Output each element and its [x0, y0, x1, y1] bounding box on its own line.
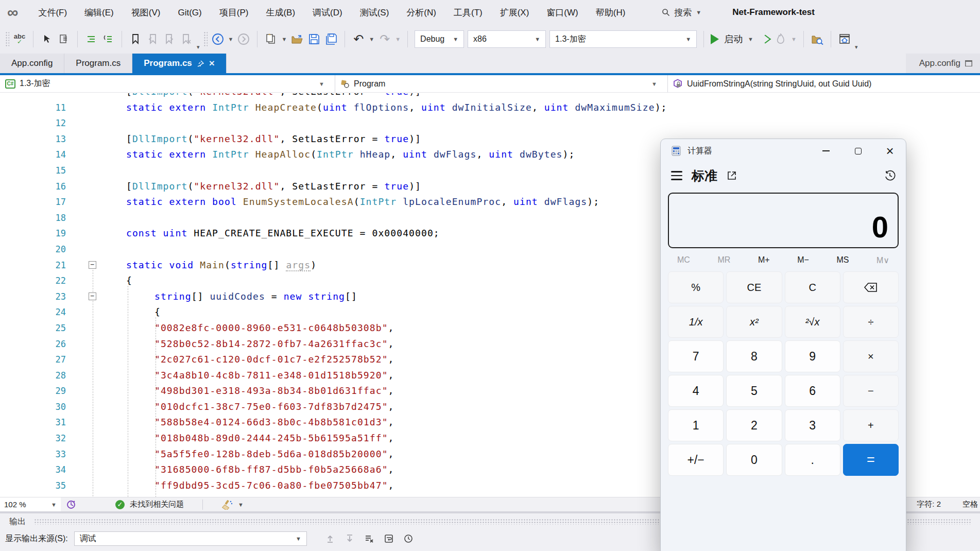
calc-key-divide[interactable]: ÷: [843, 306, 899, 338]
calculator-window[interactable]: 计算器 × 标准 0 MCMRM+M−MSM∨ %CEC1/xx²²√x÷789…: [660, 139, 906, 551]
start-without-debugging-button[interactable]: [757, 31, 770, 47]
memory-button-ms[interactable]: MS: [836, 255, 849, 265]
undo-dropdown-icon[interactable]: ▼: [369, 36, 374, 42]
calculator-display[interactable]: 0: [668, 193, 899, 248]
calc-key-decimal[interactable]: .: [785, 444, 840, 476]
solution-platform-dropdown[interactable]: x86 ▼: [468, 30, 546, 48]
navigate-back-icon[interactable]: [211, 31, 225, 47]
next-message-icon[interactable]: [343, 532, 356, 545]
menubar-item[interactable]: 分析(N): [398, 5, 445, 21]
breadcrumb-project[interactable]: C# 1.3-加密 ▼: [0, 75, 335, 92]
calc-key-seven[interactable]: 7: [668, 340, 724, 372]
tab-program-cs[interactable]: Program.cs: [64, 54, 132, 73]
indent-decrease-icon[interactable]: [84, 31, 98, 47]
pin-icon[interactable]: [197, 60, 204, 67]
search-button[interactable]: 搜索 ▼: [657, 5, 707, 21]
menubar-item[interactable]: 帮助(H): [587, 5, 634, 21]
calc-key-backspace[interactable]: [843, 271, 899, 303]
calc-key-negate[interactable]: +/−: [668, 444, 724, 476]
spellcheck-icon[interactable]: abc✓: [13, 31, 26, 47]
toolbar-grip[interactable]: [5, 31, 9, 47]
memory-button-mc[interactable]: MC: [677, 255, 690, 265]
fold-collapse-icon[interactable]: −: [89, 292, 96, 300]
close-icon[interactable]: ×: [209, 60, 215, 67]
history-icon[interactable]: [884, 170, 896, 181]
calc-key-add[interactable]: +: [843, 409, 899, 441]
calc-key-four[interactable]: 4: [668, 375, 724, 407]
keep-on-top-icon[interactable]: [727, 170, 737, 181]
calc-key-three[interactable]: 3: [785, 409, 840, 441]
open-file-icon[interactable]: [290, 31, 304, 47]
undo-icon[interactable]: ↶: [352, 31, 365, 47]
calc-key-square-root[interactable]: ²√x: [785, 306, 840, 338]
menubar-item[interactable]: 项目(P): [211, 5, 257, 21]
calc-key-equals[interactable]: =: [843, 444, 899, 476]
calc-key-multiply[interactable]: ×: [843, 340, 899, 372]
calc-key-one[interactable]: 1: [668, 409, 724, 441]
calc-key-clear-entry[interactable]: CE: [726, 271, 782, 303]
redo-icon[interactable]: ↷: [378, 31, 391, 47]
bookmark-icon[interactable]: [129, 31, 142, 47]
hamburger-menu-icon[interactable]: [671, 171, 682, 180]
fold-collapse-icon[interactable]: −: [89, 261, 96, 269]
bookmark-next-icon[interactable]: [163, 31, 176, 47]
hot-reload-icon[interactable]: [774, 31, 787, 47]
code-line[interactable]: 12: [0, 115, 980, 131]
analysis-icon[interactable]: [66, 500, 76, 510]
toolbar-overflow-icon[interactable]: ▾: [197, 44, 200, 54]
navigate-forward-icon[interactable]: [237, 31, 250, 47]
find-in-files-icon[interactable]: [811, 31, 824, 47]
bookmark-prev-icon[interactable]: [146, 31, 159, 47]
maximize-button[interactable]: [842, 139, 874, 163]
code-cleanup-icon[interactable]: [221, 500, 233, 510]
navigate-back-dropdown-icon[interactable]: ▼: [228, 36, 234, 42]
memory-button-m[interactable]: M∨: [876, 255, 889, 265]
calc-key-eight[interactable]: 8: [726, 340, 782, 372]
calculator-title-bar[interactable]: 计算器 ×: [661, 139, 906, 163]
timestamp-icon[interactable]: [402, 532, 415, 545]
start-debugging-button[interactable]: 启动 ▼: [711, 31, 753, 47]
save-icon[interactable]: [307, 31, 321, 47]
calc-key-reciprocal[interactable]: 1/x: [668, 306, 724, 338]
minimize-button[interactable]: [810, 139, 842, 163]
memory-button-mr[interactable]: MR: [717, 255, 730, 265]
calc-key-percent[interactable]: %: [668, 271, 724, 303]
menubar-item[interactable]: 扩展(X): [491, 5, 538, 21]
code-line[interactable]: 11static extern IntPtr HeapCreate(uint f…: [0, 100, 980, 116]
health-message[interactable]: 未找到相关问题: [130, 500, 184, 509]
solution-configuration-dropdown[interactable]: Debug ▼: [415, 30, 464, 48]
calc-key-nine[interactable]: 9: [785, 340, 840, 372]
menubar-item[interactable]: 测试(S): [351, 5, 398, 21]
menubar-item[interactable]: 调试(D): [304, 5, 351, 21]
memory-button-m[interactable]: M+: [758, 255, 770, 265]
clear-all-icon[interactable]: [363, 532, 376, 545]
bookmark-clear-icon[interactable]: [180, 31, 193, 47]
solution-home-icon[interactable]: [838, 31, 851, 47]
zoom-level-dropdown[interactable]: 102 % ▼: [0, 497, 61, 511]
breadcrumb-member[interactable]: UuidFromStringA(string StringUuid, out G…: [668, 75, 980, 92]
code-line[interactable]: [DllImport("kernel32.dll", SetLastError …: [0, 93, 980, 100]
tab-app-config-right-group[interactable]: App.config: [906, 54, 980, 73]
menubar-item[interactable]: Git(G): [169, 5, 210, 21]
toolbar-overflow-icon[interactable]: ▾: [855, 44, 858, 54]
calc-key-zero[interactable]: 0: [726, 444, 782, 476]
tab-program-cs-active[interactable]: Program.cs ×: [132, 54, 227, 73]
menubar-item[interactable]: 工具(T): [445, 5, 491, 21]
menubar-item[interactable]: 文件(F): [29, 5, 76, 21]
close-button[interactable]: ×: [874, 139, 906, 163]
redo-dropdown-icon[interactable]: ▼: [395, 36, 401, 42]
cursor-select-icon[interactable]: [40, 31, 54, 47]
startup-project-dropdown[interactable]: 1.3-加密 ▼: [549, 30, 697, 48]
menubar-item[interactable]: 窗口(W): [538, 5, 587, 21]
calc-key-subtract[interactable]: −: [843, 375, 899, 407]
code-cleanup-dropdown-icon[interactable]: ▼: [238, 502, 244, 508]
menubar-item[interactable]: 编辑(E): [76, 5, 123, 21]
new-window-icon[interactable]: [264, 31, 278, 47]
indent-increase-icon[interactable]: [101, 31, 115, 47]
prev-message-icon[interactable]: [323, 532, 337, 545]
calc-key-six[interactable]: 6: [785, 375, 840, 407]
calc-key-two[interactable]: 2: [726, 409, 782, 441]
menubar-item[interactable]: 视图(V): [123, 5, 169, 21]
word-wrap-icon[interactable]: [382, 532, 396, 545]
calc-key-five[interactable]: 5: [726, 375, 782, 407]
